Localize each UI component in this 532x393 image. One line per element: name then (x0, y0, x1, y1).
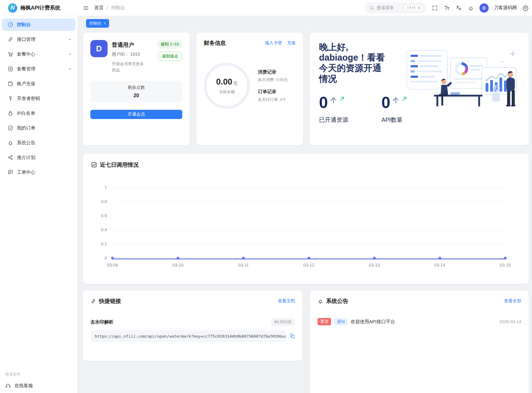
view-docs-link[interactable]: 查看文档 (278, 298, 295, 304)
data-point[interactable] (373, 257, 376, 260)
doc-icon (7, 66, 14, 72)
stat-value: 0 (381, 94, 390, 110)
x-axis-tick: 03-12 (303, 263, 314, 268)
y-axis-tick: 0.2 (91, 241, 107, 246)
app-title: 楠枫API计费系统 (20, 4, 60, 11)
settings-gear-icon[interactable] (522, 5, 529, 11)
balance-value: 0.00 (216, 77, 232, 86)
copy-icon[interactable] (290, 333, 295, 339)
search-input[interactable]: 搜索菜单 Ctrl K (365, 2, 426, 14)
sidebar-item-package-center[interactable]: 套餐中心 (2, 48, 76, 60)
api-item-name: 去水印解析 (90, 319, 113, 325)
data-point[interactable] (439, 257, 441, 260)
sidebar-item-recharge[interactable]: 账户充值 (2, 77, 76, 90)
announcement-row[interactable]: 置顶 通知 欢迎使用API接口平台 2026-03-14 (310, 310, 529, 325)
data-point[interactable] (504, 257, 507, 260)
checkin-button[interactable]: 签到送点 (158, 52, 182, 61)
sidebar: 控制台接口管理套餐中心套餐管理账户充值开发者密钥IP白名单我的订单系统公告推介计… (0, 16, 78, 393)
plot-area: 03-0903-1003-1103-1203-1303-1403-15 (112, 188, 505, 280)
api-icon (7, 36, 14, 42)
app-root: N 楠枫API计费系统 首页 / 控制台 搜索菜单 Ctrl K (0, 0, 532, 393)
gauge-icon (7, 22, 14, 28)
sidebar-item-console[interactable]: 控制台 (2, 18, 76, 31)
top-header: N 楠枫API计费系统 首页 / 控制台 搜索菜单 Ctrl K (0, 0, 532, 16)
cart-icon (7, 51, 14, 57)
greeting-text: 晚上好, dabiaoge！看看今天的资源开通情况 (319, 42, 388, 84)
header-tools: 搜索菜单 Ctrl K D 刀客源码网 (365, 2, 532, 14)
stat-api-count: 0 个 API数量 (381, 94, 408, 124)
wallet-icon (7, 81, 14, 87)
chevron-down-icon (68, 67, 72, 71)
y-axis-tick: 0 (91, 256, 107, 260)
sidebar-item-package-manage[interactable]: 套餐管理 (2, 63, 76, 75)
collapse-sidebar-icon[interactable] (83, 5, 89, 11)
sidebar-item-ip-whitelist[interactable]: IP白名单 (2, 107, 76, 119)
consume-title: 消费记录 (258, 69, 288, 75)
order-title: 订单记录 (258, 89, 288, 95)
sidebar-item-api-manage[interactable]: 接口管理 (2, 33, 76, 46)
chart-icon (91, 162, 97, 168)
open-membership-button[interactable]: 开通会员 (90, 110, 182, 119)
view-all-link[interactable]: 查看全部 (504, 298, 521, 304)
y-axis-tick: 0.4 (91, 227, 107, 232)
data-point[interactable] (177, 257, 179, 260)
sidebar-item-tickets[interactable]: 工单中心 (2, 166, 76, 178)
sidebar-item-label: 套餐中心 (17, 51, 35, 57)
chevron-down-icon (68, 37, 72, 42)
sidebar-item-announcements[interactable]: 系统公告 (2, 137, 76, 149)
greeting-card: 晚上好, dabiaoge！看看今天的资源开通情况 0 个 已开通资源 0 (310, 33, 529, 145)
notifications-bell-icon[interactable] (467, 5, 474, 11)
sidebar-item-label: 推介计划 (17, 155, 35, 161)
data-point[interactable] (242, 257, 245, 260)
quick-links-card: 快捷链接 查看文档 去水印解析 ¥0.001/次 https://api.nfi… (83, 291, 302, 361)
quick-links-title: 快捷链接 (99, 297, 121, 305)
announcement-date: 2026-03-14 (499, 319, 521, 324)
sidebar-item-label: 开发者密钥 (17, 96, 40, 101)
sidebar-item-referral[interactable]: 推介计划 (2, 151, 76, 164)
chevron-down-icon (68, 52, 72, 56)
points-panel: 剩余点数 20 (90, 81, 182, 102)
breadcrumb-current: 控制台 (111, 5, 125, 11)
data-point[interactable] (111, 257, 114, 260)
link-icon (90, 298, 96, 304)
x-axis-tick: 03-09 (107, 263, 118, 268)
sidebar-item-label: 控制台 (17, 22, 31, 28)
finance-title: 财务信息 (204, 39, 226, 47)
sidebar-menu: 控制台接口管理套餐中心套餐管理账户充值开发者密钥IP白名单我的订单系统公告推介计… (0, 18, 77, 178)
search-shortcut: Ctrl K (404, 5, 424, 11)
balance-circle: 0.00元 当前余额 (204, 63, 250, 109)
enter-card-key-link[interactable]: 输入卡密 (265, 40, 282, 46)
user-role: 普通用户 (112, 41, 153, 49)
order-sub: 未支付订单: 0个 (258, 97, 288, 102)
data-point[interactable] (308, 257, 310, 260)
fullscreen-icon[interactable] (432, 5, 438, 11)
translate-icon[interactable] (455, 5, 462, 11)
x-axis-tick: 03-11 (238, 263, 249, 268)
upgrade-hint: 升级会员享受更多权益 (112, 61, 146, 73)
key-icon (7, 95, 14, 101)
sidebar-item-online-support[interactable]: 在线客服 (5, 383, 73, 389)
y-axis-tick: 0.6 (91, 213, 107, 218)
tab-console[interactable]: 控制台 × (86, 19, 109, 28)
stat-opened-resources: 0 个 已开通资源 (319, 94, 348, 124)
y-axis-tick: 1 (91, 185, 107, 190)
breadcrumb-home[interactable]: 首页 (94, 5, 104, 11)
stat-label: 已开通资源 (319, 116, 348, 124)
font-size-icon[interactable] (443, 5, 450, 11)
share-icon (7, 154, 14, 161)
stat-unit: 个 (330, 96, 337, 105)
api-url-field[interactable]: https://api.nfiii.com/api/open/watermark… (90, 330, 286, 342)
breadcrumb-separator: / (107, 5, 108, 10)
username[interactable]: 刀客源码网 (494, 5, 517, 11)
recharge-link[interactable]: 充值 (287, 40, 296, 46)
user-avatar[interactable]: D (479, 3, 489, 13)
sidebar-item-developer-key[interactable]: 开发者密钥 (2, 92, 76, 105)
y-axis-tick: 0.8 (91, 199, 107, 204)
lock-icon (7, 110, 14, 116)
balance-unit: 元 (233, 81, 238, 85)
chat-icon (7, 169, 14, 175)
line-chart: 10.80.60.40.2003-0903-1003-1103-1203-130… (91, 188, 521, 280)
sidebar-item-my-orders[interactable]: 我的订单 (2, 122, 76, 134)
tab-label: 控制台 (89, 21, 101, 26)
tab-close-icon[interactable]: × (104, 21, 106, 26)
